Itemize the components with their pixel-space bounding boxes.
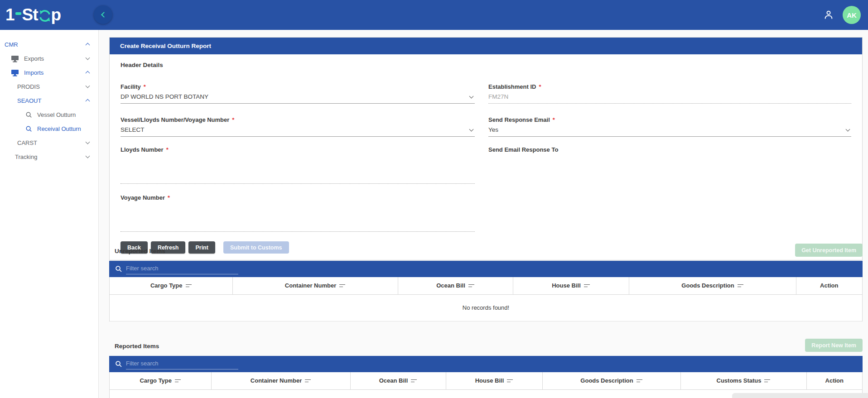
sort-icon xyxy=(186,283,192,288)
panel-title: Create Receival Outturn Report xyxy=(110,38,862,54)
unreported-filter-bar xyxy=(109,261,863,277)
sidebar-item-prodis[interactable]: PRODIS xyxy=(0,80,98,94)
establishment-id-input: FM27N xyxy=(488,93,851,104)
send-response-email-select[interactable]: Yes xyxy=(488,126,851,137)
sidebar-item-label: CMR xyxy=(5,41,18,48)
header-details-title: Header Details xyxy=(121,62,851,68)
sidebar-item-carst[interactable]: CARST xyxy=(0,136,98,150)
column-header-container-number[interactable]: Container Number xyxy=(211,372,350,389)
column-header-ocean-bill[interactable]: Ocean Bill xyxy=(350,372,446,389)
sort-icon xyxy=(637,379,642,383)
monitor-icon xyxy=(11,69,19,77)
partial-element-bottom-right xyxy=(732,393,868,398)
chevron-up-icon xyxy=(86,99,90,104)
get-unreported-item-button[interactable]: Get Unreported Item xyxy=(795,244,863,257)
column-header-house-bill[interactable]: House Bill xyxy=(513,277,629,294)
establishment-id-label: Establishment ID xyxy=(488,83,536,90)
sidebar-item-label: Vessel Outturn xyxy=(37,111,76,118)
monitor-icon xyxy=(11,55,19,62)
send-email-response-to-field: Send Email Response To xyxy=(488,146,851,184)
app-logo: 1 St p xyxy=(5,5,61,24)
sidebar-item-label: Exports xyxy=(24,55,44,62)
send-response-email-label: Send Response Email xyxy=(488,116,550,123)
unreported-items-title: Unreported Items xyxy=(115,248,165,254)
column-header-action: Action xyxy=(806,372,862,389)
required-asterisk: * xyxy=(168,194,170,201)
sort-icon xyxy=(738,283,743,288)
voyage-number-label: Voyage Number xyxy=(121,194,165,201)
vessel-select[interactable]: SELECT xyxy=(121,126,475,137)
column-header-container-number[interactable]: Container Number xyxy=(232,277,398,294)
user-profile-icon[interactable] xyxy=(823,9,834,21)
create-receival-outturn-panel: Create Receival Outturn Report Header De… xyxy=(109,37,863,260)
search-icon xyxy=(115,360,122,368)
column-header-goods-description[interactable]: Goods Description xyxy=(542,372,680,389)
sidebar-item-label: Tracking xyxy=(15,153,37,160)
reported-filter-search-input[interactable] xyxy=(126,359,238,369)
logo-text-p: p xyxy=(51,5,61,24)
chevron-up-icon xyxy=(86,71,90,76)
avatar-initials: AK xyxy=(847,11,857,19)
establishment-id-value: FM27N xyxy=(488,93,508,100)
chevron-down-icon xyxy=(469,94,474,99)
column-header-customs-status[interactable]: Customs Status xyxy=(680,372,806,389)
reported-items-title: Reported Items xyxy=(115,343,159,350)
facility-label: Facility xyxy=(121,83,141,90)
sort-icon xyxy=(584,283,590,288)
sidebar-item-vessel-outturn[interactable]: Vessel Outturn xyxy=(0,108,98,122)
voyage-number-input xyxy=(121,221,475,232)
sort-icon xyxy=(175,379,181,383)
lloyds-number-input xyxy=(121,173,475,184)
sidebar-item-imports[interactable]: Imports xyxy=(0,66,98,80)
top-navigation-bar: 1 St p AK xyxy=(0,0,868,30)
column-header-cargo-type[interactable]: Cargo Type xyxy=(110,372,211,389)
user-avatar[interactable]: AK xyxy=(843,6,861,24)
sidebar-item-tracking[interactable]: Tracking xyxy=(0,150,98,164)
reported-filter-bar xyxy=(109,356,863,372)
chevron-down-icon xyxy=(846,127,850,132)
no-records-message: No records found! xyxy=(110,294,862,321)
sidebar-item-label: Receival Outturn xyxy=(37,125,81,132)
sort-icon xyxy=(507,379,513,383)
sidebar-item-label: CARST xyxy=(17,139,37,146)
column-header-cargo-type[interactable]: Cargo Type xyxy=(110,277,232,294)
sidebar-item-receival-outturn[interactable]: Receival Outturn xyxy=(0,122,98,136)
facility-value: DP WORLD NS PORT BOTANY xyxy=(121,93,208,100)
chevron-down-icon xyxy=(86,140,90,144)
lloyds-number-field: Lloyds Number* xyxy=(121,146,475,184)
logo-hyphen xyxy=(15,12,21,15)
unreported-filter-search-input[interactable] xyxy=(126,264,238,274)
facility-select[interactable]: DP WORLD NS PORT BOTANY xyxy=(121,93,475,104)
column-header-house-bill[interactable]: House Bill xyxy=(446,372,542,389)
sidebar-collapse-button[interactable] xyxy=(94,5,112,24)
required-asterisk: * xyxy=(539,83,541,90)
unreported-items-section: Unreported Items Get Unreported Item Car… xyxy=(109,244,863,321)
sort-icon xyxy=(468,283,474,288)
required-asterisk: * xyxy=(553,116,555,123)
sidebar-item-cmr[interactable]: CMR xyxy=(0,38,98,52)
sidebar-navigation: CMR Exports Imports PRODIS SEAOUT Vessel… xyxy=(0,30,99,398)
sidebar-item-label: PRODIS xyxy=(17,83,40,90)
sort-icon xyxy=(305,379,311,383)
lloyds-number-label: Lloyds Number xyxy=(121,146,164,153)
logo-text-st: St xyxy=(22,5,38,24)
sidebar-item-seaout[interactable]: SEAOUT xyxy=(0,94,98,108)
chevron-down-icon xyxy=(86,84,90,88)
establishment-id-field: Establishment ID* FM27N xyxy=(488,83,851,104)
chevron-up-icon xyxy=(86,43,90,48)
facility-field: Facility* DP WORLD NS PORT BOTANY xyxy=(121,83,475,104)
column-header-action: Action xyxy=(796,277,862,294)
sidebar-item-exports[interactable]: Exports xyxy=(0,52,98,66)
send-email-response-to-input[interactable] xyxy=(488,156,851,167)
chevron-down-icon xyxy=(86,154,90,158)
search-icon xyxy=(115,265,122,273)
voyage-number-field: Voyage Number* xyxy=(121,194,475,232)
column-header-goods-description[interactable]: Goods Description xyxy=(629,277,796,294)
column-header-ocean-bill[interactable]: Ocean Bill xyxy=(398,277,513,294)
sidebar-item-label: SEAOUT xyxy=(17,97,41,104)
logo-sync-icon xyxy=(38,9,52,23)
sort-icon xyxy=(411,379,417,383)
vessel-label: Vessel/Lloyds Number/Voyage Number xyxy=(121,116,229,123)
search-icon xyxy=(25,111,32,118)
report-new-item-button[interactable]: Report New Item xyxy=(805,339,863,352)
